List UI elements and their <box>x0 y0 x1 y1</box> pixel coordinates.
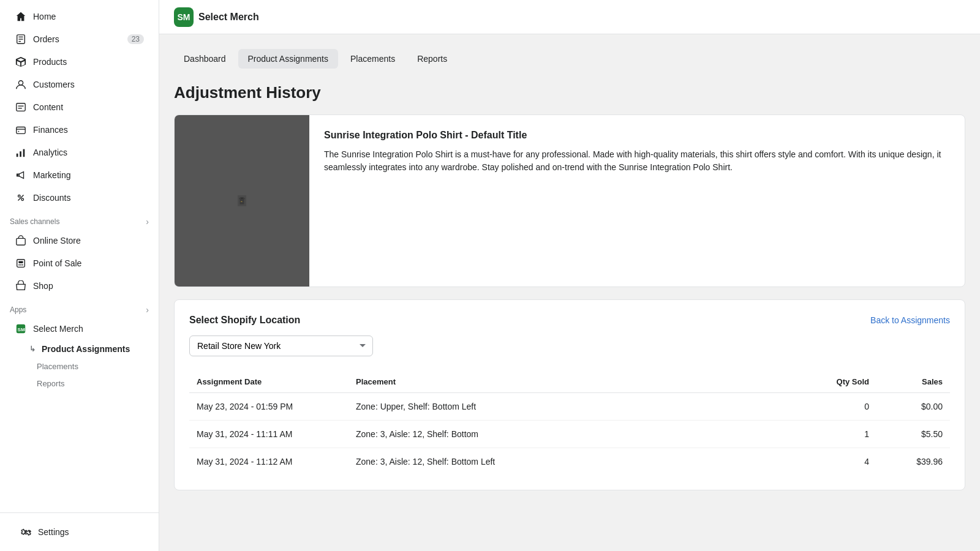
svg-line-16 <box>18 195 24 201</box>
cell-placement-2: Zone: 3, Aisle: 12, Shelf: Bottom Left <box>349 448 803 476</box>
sub-arrow: ↳ <box>29 345 36 353</box>
sales-channels-chevron[interactable]: › <box>146 217 149 227</box>
svg-rect-8 <box>17 127 25 134</box>
tab-bar: Dashboard Product Assignments Placements… <box>174 49 965 69</box>
sidebar-item-discounts[interactable]: Discounts <box>5 187 154 209</box>
sidebar-item-finances[interactable]: Finances <box>5 119 154 141</box>
location-label: Select Shopify Location <box>189 315 300 326</box>
cell-date-1: May 31, 2024 - 11:11 AM <box>189 421 349 448</box>
online-store-icon <box>15 234 27 247</box>
shop-icon <box>15 280 27 292</box>
col-header-sales: Sales <box>876 371 950 393</box>
assignments-table: Assignment Date Placement Qty Sold Sales… <box>189 371 950 475</box>
svg-point-27 <box>242 201 243 202</box>
back-to-assignments-link[interactable]: Back to Assignments <box>870 315 950 325</box>
svg-rect-13 <box>17 174 20 176</box>
page-title: Adjustment History <box>174 83 965 102</box>
sidebar-item-pos[interactable]: Point of Sale <box>5 252 154 274</box>
svg-rect-22 <box>22 264 23 266</box>
col-header-placement: Placement <box>349 371 803 393</box>
svg-text:SM: SM <box>18 327 25 332</box>
product-image <box>175 115 309 287</box>
settings-icon <box>20 526 32 538</box>
svg-rect-17 <box>17 238 25 245</box>
sidebar-item-products[interactable]: Products <box>5 51 154 73</box>
sidebar-item-customers[interactable]: Customers <box>5 73 154 96</box>
location-section: Select Shopify Location Back to Assignme… <box>174 299 965 490</box>
pos-icon <box>15 257 27 269</box>
location-select-wrapper: Retail Store New York <box>189 335 373 356</box>
select-merch-icon: SM <box>15 323 27 335</box>
svg-rect-12 <box>23 149 25 157</box>
cell-sales-1: $5.50 <box>876 421 950 448</box>
cell-date-0: May 23, 2024 - 01:59 PM <box>189 393 349 421</box>
sidebar-item-orders[interactable]: Orders 23 <box>5 28 154 50</box>
location-header: Select Shopify Location Back to Assignme… <box>189 315 950 326</box>
svg-rect-21 <box>20 264 21 266</box>
table-row: May 31, 2024 - 11:11 AM Zone: 3, Aisle: … <box>189 421 950 448</box>
cell-placement-1: Zone: 3, Aisle: 12, Shelf: Bottom <box>349 421 803 448</box>
svg-rect-20 <box>18 264 20 266</box>
table-row: May 31, 2024 - 11:12 AM Zone: 3, Aisle: … <box>189 448 950 476</box>
svg-rect-5 <box>17 103 25 111</box>
svg-point-26 <box>241 201 242 203</box>
svg-point-15 <box>21 198 24 201</box>
sidebar-item-marketing[interactable]: Marketing <box>5 164 154 186</box>
sidebar-item-online-store[interactable]: Online Store <box>5 230 154 252</box>
table-row: May 23, 2024 - 01:59 PM Zone: Upper, She… <box>189 393 950 421</box>
finances-icon <box>15 124 27 136</box>
app-icon: SM <box>174 7 194 27</box>
cell-qty-0: 0 <box>803 393 876 421</box>
apps-section: Apps › <box>0 298 159 317</box>
home-icon <box>15 10 27 23</box>
cell-placement-0: Zone: Upper, Shelf: Bottom Left <box>349 393 803 421</box>
discounts-icon <box>15 192 27 204</box>
product-card: Sunrise Integration Polo Shirt - Default… <box>174 114 965 287</box>
tab-dashboard[interactable]: Dashboard <box>174 49 236 69</box>
customers-icon <box>15 78 27 91</box>
product-description: The Sunrise Integration Polo Shirt is a … <box>324 148 950 174</box>
svg-rect-11 <box>20 151 21 157</box>
products-icon <box>15 56 27 68</box>
svg-point-4 <box>18 81 23 85</box>
sidebar-item-analytics[interactable]: Analytics <box>5 141 154 163</box>
apps-chevron[interactable]: › <box>146 305 149 315</box>
topbar: SM Select Merch <box>159 0 980 34</box>
svg-rect-19 <box>18 261 23 263</box>
analytics-icon <box>15 146 27 159</box>
col-header-date: Assignment Date <box>189 371 349 393</box>
main-area: SM Select Merch Dashboard Product Assign… <box>159 0 980 551</box>
content-area: Dashboard Product Assignments Placements… <box>159 34 980 551</box>
sidebar-item-select-merch[interactable]: SM Select Merch <box>5 318 154 340</box>
sidebar-item-content[interactable]: Content <box>5 96 154 118</box>
cell-sales-2: $39.96 <box>876 448 950 476</box>
tab-reports[interactable]: Reports <box>407 49 457 69</box>
sidebar-sub-reports[interactable]: Reports <box>5 375 154 392</box>
cell-qty-1: 1 <box>803 421 876 448</box>
marketing-icon <box>15 169 27 181</box>
tab-placements[interactable]: Placements <box>341 49 405 69</box>
location-select[interactable]: Retail Store New York <box>189 335 373 356</box>
cell-sales-0: $0.00 <box>876 393 950 421</box>
sidebar-item-shop[interactable]: Shop <box>5 275 154 297</box>
col-header-qty: Qty Sold <box>803 371 876 393</box>
svg-point-14 <box>18 195 21 198</box>
cell-qty-2: 4 <box>803 448 876 476</box>
content-icon <box>15 101 27 113</box>
sidebar-item-home[interactable]: Home <box>5 6 154 28</box>
orders-badge: 23 <box>127 34 144 44</box>
sidebar-sub-placements[interactable]: Placements <box>5 358 154 375</box>
topbar-title: Select Merch <box>198 12 259 23</box>
tab-product-assignments[interactable]: Product Assignments <box>238 49 339 69</box>
sidebar: Home Orders 23 Products Customers Cont <box>0 0 159 551</box>
svg-point-9 <box>18 131 20 132</box>
product-name: Sunrise Integration Polo Shirt - Default… <box>324 130 950 141</box>
orders-icon <box>15 33 27 45</box>
cell-date-2: May 31, 2024 - 11:12 AM <box>189 448 349 476</box>
sales-channels-section: Sales channels › <box>0 209 159 229</box>
product-info: Sunrise Integration Polo Shirt - Default… <box>324 115 965 287</box>
svg-rect-10 <box>17 154 18 157</box>
sidebar-item-settings[interactable]: Settings <box>10 521 149 543</box>
sidebar-sub-product-assignments[interactable]: ↳ Product Assignments <box>5 340 154 358</box>
